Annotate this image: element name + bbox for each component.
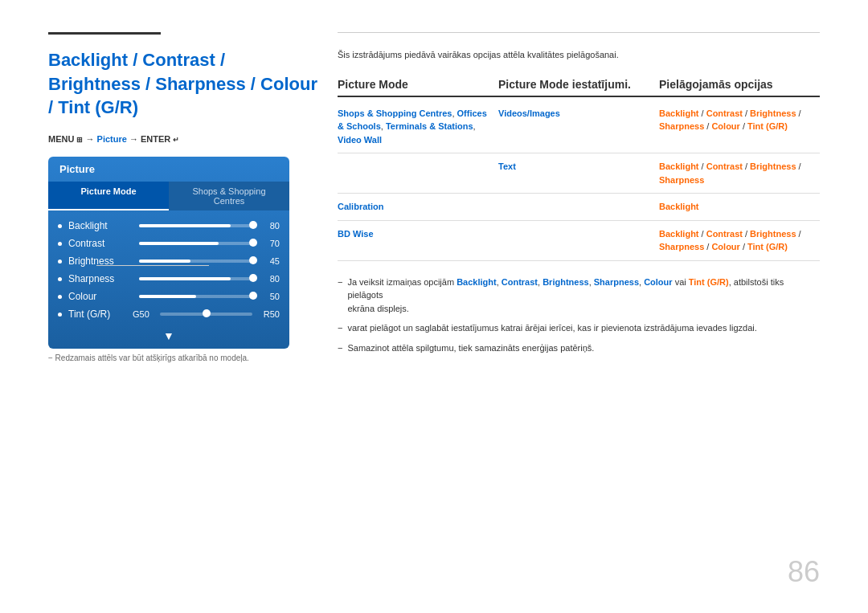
mode-1-videowall: Video Wall [338,135,382,145]
left-column: Backlight / Contrast / Brightness / Shar… [48,48,321,362]
note-3-dash: − [338,341,342,355]
thumb-brightness [249,256,257,264]
label-sharpness: Sharpness [68,273,133,284]
dot-contrast [58,242,62,246]
notes-section: − Ja veiksit izmaiņas opcijām Backlight,… [338,276,820,355]
value-backlight: 80 [260,221,280,231]
opt-backlight-3: Backlight [659,202,699,211]
note-1-text: Ja veiksit izmaiņas opcijām Backlight, C… [347,276,820,316]
col-header-setting: Picture Mode iestatījumi. [498,78,659,91]
value-brightness: 45 [260,256,280,266]
note1-contrast: Contrast [502,277,538,287]
menu-arrow1: → [86,134,97,144]
menu-picture: Picture [97,134,127,144]
panel-chevron[interactable]: ▼ [48,326,289,349]
thumb-colour [249,292,257,300]
panel-item-backlight: Backlight 80 [48,217,289,235]
table-row-1: Shops & Shopping Centres, Offices & Scho… [338,100,820,154]
panel-item-contrast: Contrast 70 [48,235,289,252]
panel-item-brightness: Brightness 45 [48,252,289,270]
fill-colour [139,295,196,298]
opt-sharpness-2: Sharpness [659,175,704,185]
opt-colour-1: Colour [711,121,739,131]
right-column: Šis izstrādājums piedāvā vairākas opcija… [338,48,820,361]
panel-item-tint: Tint (G/R) G50 R50 [48,305,289,323]
note1-tint: Tint (G/R) [689,277,729,287]
note-3-text: Samazinot attēla spilgtumu, tiek samazin… [347,341,594,355]
slider-tint[interactable] [160,313,252,316]
value-sharpness: 80 [260,274,280,284]
opt-tint-4: Tint (G/R) [747,242,788,251]
note1-sharpness: Sharpness [594,277,639,287]
thumb-backlight [249,221,257,229]
note-1-dash: − [338,276,342,289]
note-2-dash: − [338,321,342,335]
slider-colour[interactable] [139,295,253,298]
label-colour: Colour [68,291,133,302]
intro-text: Šis izstrādājums piedāvā vairākas opcija… [338,48,820,62]
bottom-note: − Redzamais attēls var būt atšķirīgs atk… [48,353,321,362]
note1-backlight: Backlight [457,277,497,287]
thumb-tint [203,309,211,317]
tab-shops[interactable]: Shops & Shopping Centres [169,182,289,210]
dot-tint [58,313,62,317]
opt-backlight-1: Backlight [659,108,699,118]
opt-backlight-4: Backlight [659,229,699,239]
top-rule-left [48,32,161,35]
panel-item-sharpness: Sharpness 80 [48,270,289,288]
col-header-options: Pielāgojamās opcijas [659,78,820,91]
opt-brightness-1: Brightness [750,108,796,118]
page-container: Backlight / Contrast / Brightness / Shar… [0,0,868,613]
fill-brightness [139,260,190,263]
label-tint: Tint (G/R) [68,309,133,320]
panel-tabs: Picture Mode Shops & Shopping Centres [48,182,289,210]
tint-right-value: R50 [256,309,280,319]
panel-item-colour: Colour 50 [48,288,289,305]
bottom-rule [96,265,209,266]
note1-brightness: Brightness [542,277,588,287]
cell-mode-1: Shops & Shopping Centres, Offices & Scho… [338,107,498,147]
opt-brightness-2: Brightness [750,161,796,171]
value-contrast: 70 [260,239,280,248]
picture-panel: Picture Picture Mode Shops & Shopping Ce… [48,157,289,349]
thumb-contrast [249,239,257,247]
cell-options-4: Backlight / Contrast / Brightness / Shar… [659,227,820,254]
cell-setting-2: Text [498,160,659,174]
cell-mode-3: Calibration [338,200,498,214]
opt-colour-4: Colour [711,242,739,251]
menu-icon: ⊞ [76,136,83,144]
tab-picture-mode[interactable]: Picture Mode [48,182,169,210]
table-header: Picture Mode Picture Mode iestatījumi. P… [338,78,820,97]
mode-1-shops: Shops & Shopping Centres [338,108,452,118]
table-row-3: Calibration Backlight [338,194,820,221]
top-rule-right [338,32,820,33]
menu-path: MENU ⊞ → Picture → ENTER ↵ [48,134,321,144]
opt-brightness-4: Brightness [750,229,796,239]
slider-backlight[interactable] [139,224,253,227]
opt-contrast-2: Contrast [706,161,743,171]
slider-brightness[interactable] [139,260,253,263]
cell-options-3: Backlight [659,200,820,214]
enter-icon: ↵ [173,136,179,144]
slider-contrast[interactable] [139,242,253,245]
label-backlight: Backlight [68,220,133,231]
col-header-mode: Picture Mode [338,78,498,91]
note1-colour: Colour [644,277,672,287]
note-3: − Samazinot attēla spilgtumu, tiek samaz… [338,341,820,355]
opt-tint-1: Tint (G/R) [747,121,788,131]
mode-4-bdwise: BD Wise [338,229,374,239]
cell-options-1: Backlight / Contrast / Brightness / Shar… [659,107,820,133]
page-title: Backlight / Contrast / Brightness / Shar… [48,48,321,120]
dot-brightness [58,260,62,264]
opt-contrast-4: Contrast [706,229,743,239]
opt-contrast-1: Contrast [706,108,743,118]
note-1: − Ja veiksit izmaiņas opcijām Backlight,… [338,276,820,316]
mode-1-sep3: , [473,121,476,131]
opt-sharpness-1: Sharpness [659,121,704,131]
note-2-text: varat pielāgot un saglabāt iestatījumus … [347,321,756,335]
slider-sharpness[interactable] [139,277,253,280]
table-row-2: Text Backlight / Contrast / Brightness /… [338,153,820,194]
cell-mode-4: BD Wise [338,227,498,241]
dot-sharpness [58,277,62,281]
opt-backlight-2: Backlight [659,161,699,171]
